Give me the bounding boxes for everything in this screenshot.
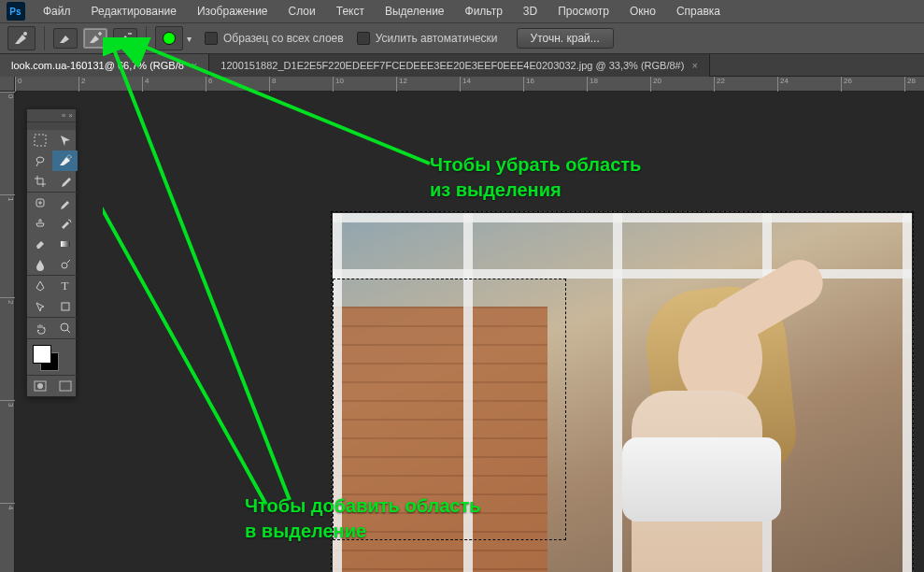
marquee-tool[interactable] [27, 130, 52, 150]
menu-type[interactable]: Текст [327, 2, 374, 21]
blur-tool[interactable] [27, 254, 52, 275]
menu-image[interactable]: Изображение [188, 2, 277, 21]
subtract-from-selection-icon[interactable] [113, 28, 137, 49]
menu-view[interactable]: Просмотр [548, 2, 618, 21]
tab-label: 1200151882_D1E2E5F220EDEEF7FCEDEEE3EE20E… [220, 60, 684, 71]
foreground-color-swatch[interactable] [33, 345, 51, 364]
menu-filter[interactable]: Фильтр [456, 2, 512, 21]
svg-point-4 [67, 155, 71, 159]
checkbox-icon[interactable] [357, 32, 370, 45]
tab-label: look.com.ua-160131 [11, 60, 105, 71]
canvas[interactable] [15, 92, 924, 572]
crop-tool[interactable] [27, 171, 52, 192]
svg-point-2 [23, 32, 27, 36]
menu-help[interactable]: Справка [667, 2, 730, 21]
vertical-ruler[interactable]: 01234 [0, 92, 15, 572]
svg-rect-6 [61, 241, 70, 247]
svg-text:Ps: Ps [9, 7, 21, 17]
healing-brush-tool[interactable] [27, 193, 52, 213]
brush-tool[interactable] [52, 193, 78, 213]
menu-3d[interactable]: 3D [514, 2, 547, 21]
menu-bar: Ps Файл Редактирование Изображение Слои … [0, 0, 924, 22]
svg-rect-8 [62, 303, 69, 310]
workspace: 0246810121416182022242628 01234 [0, 77, 924, 572]
photoshop-logo-icon: Ps [6, 2, 26, 21]
checkbox-icon[interactable] [205, 32, 218, 45]
close-icon[interactable]: × [68, 111, 73, 120]
svg-rect-3 [35, 135, 46, 146]
document-image [333, 213, 912, 572]
type-tool[interactable]: T [52, 276, 78, 296]
path-selection-tool[interactable] [27, 296, 52, 317]
eyedropper-tool[interactable] [52, 171, 78, 192]
document-tab-2[interactable]: 1200151882_D1E2E5F220EDEEF7FCEDEEE3EE20E… [209, 54, 710, 77]
collapse-icon[interactable]: « [62, 111, 65, 120]
panel-grip[interactable] [27, 122, 76, 130]
eraser-tool[interactable] [27, 234, 52, 254]
color-swatches[interactable] [27, 339, 78, 375]
new-selection-icon[interactable] [53, 28, 78, 49]
svg-point-7 [62, 263, 67, 268]
brush-preview[interactable] [155, 26, 183, 50]
close-icon[interactable]: × [691, 60, 697, 71]
document-tab-bar: look.com.ua-160131 @ 66,7% (RGB/8 × 1200… [0, 54, 924, 77]
zoom-tool[interactable] [52, 318, 78, 338]
close-icon[interactable]: × [192, 60, 197, 71]
svg-point-11 [37, 383, 43, 389]
menu-layer[interactable]: Слои [279, 2, 325, 21]
sample-all-layers-option[interactable]: Образец со всех слоев [205, 32, 344, 45]
refine-edge-button[interactable]: Уточн. край... [517, 28, 614, 49]
tab-suffix: @ 66,7% (RGB/8 [105, 60, 184, 71]
hand-tool[interactable] [27, 318, 52, 338]
move-tool[interactable] [52, 130, 78, 150]
divider [146, 26, 147, 50]
divider [44, 26, 45, 50]
menu-file[interactable]: Файл [34, 2, 80, 21]
quick-selection-tool[interactable] [52, 150, 78, 171]
menu-window[interactable]: Окно [620, 2, 665, 21]
quick-mask-icon[interactable] [27, 376, 52, 396]
add-to-selection-icon[interactable] [83, 28, 107, 49]
screen-mode-icon[interactable] [52, 376, 78, 396]
svg-point-9 [61, 323, 68, 331]
panel-header[interactable]: «× [27, 109, 76, 122]
auto-enhance-option[interactable]: Усилить автоматически [357, 32, 498, 45]
svg-rect-12 [60, 381, 71, 391]
tools-panel[interactable]: «× T [26, 108, 77, 397]
document-tab-1[interactable]: look.com.ua-160131 @ 66,7% (RGB/8 × [0, 54, 209, 77]
horizontal-ruler[interactable]: 0246810121416182022242628 [15, 77, 924, 92]
history-brush-tool[interactable] [52, 213, 78, 234]
shape-tool[interactable] [52, 296, 78, 317]
sample-all-layers-label: Образец со всех слоев [223, 32, 344, 45]
lasso-tool[interactable] [27, 150, 52, 171]
auto-enhance-label: Усилить автоматически [376, 32, 498, 45]
gradient-tool[interactable] [52, 234, 78, 254]
current-tool-icon[interactable] [7, 26, 36, 50]
menu-edit[interactable]: Редактирование [82, 2, 186, 21]
ruler-origin[interactable] [0, 77, 15, 92]
options-bar: ▾ Образец со всех слоев Усилить автомати… [0, 22, 924, 54]
clone-stamp-tool[interactable] [27, 213, 52, 234]
menu-select[interactable]: Выделение [376, 2, 454, 21]
dodge-tool[interactable] [52, 254, 78, 275]
chevron-down-icon[interactable]: ▾ [187, 34, 192, 44]
pen-tool[interactable] [27, 276, 52, 296]
